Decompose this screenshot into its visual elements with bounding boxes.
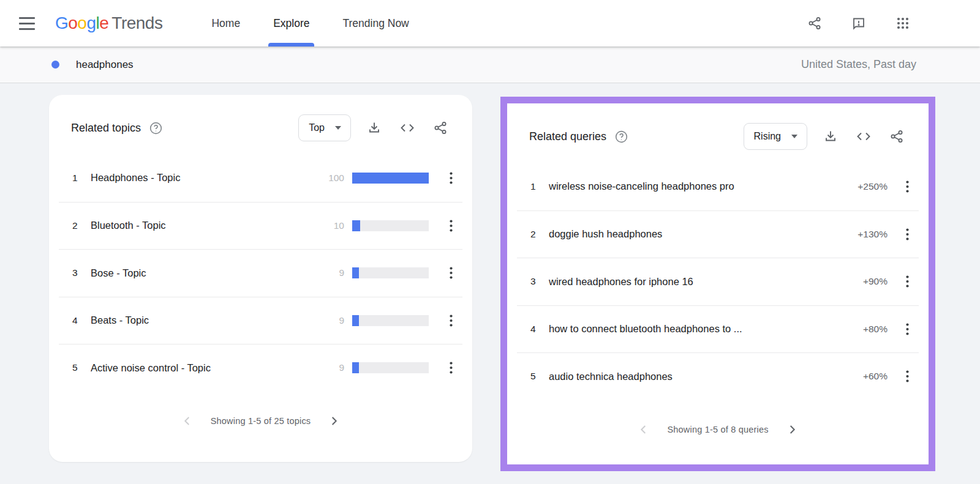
logo-letter: e [99,13,108,33]
rising-percent: +90% [863,276,899,287]
row-value: 9 [317,315,344,326]
tab-label: Explore [273,17,309,30]
topic-link[interactable]: Active noise control - Topic [91,362,317,374]
query-link[interactable]: wired headphones for iphone 16 [549,276,863,288]
kebab-menu-icon[interactable] [443,217,459,235]
kebab-menu-icon[interactable] [899,367,915,385]
tab-home[interactable]: Home [210,0,241,47]
kebab-menu-icon[interactable] [899,272,915,291]
chevron-down-icon [335,126,341,130]
rising-percent: +250% [858,181,899,192]
sort-dropdown[interactable]: Top [298,114,351,141]
tab-label: Home [211,17,240,30]
kebab-menu-icon[interactable] [899,177,915,196]
row-rank: 3 [530,276,547,287]
query-link[interactable]: audio technica headphones [549,371,863,382]
row-rank: 4 [72,315,89,326]
card-toolbar [822,128,905,145]
value-bar [352,315,429,326]
purple-highlight-frame: Related queries Rising [500,97,935,471]
share-icon[interactable] [432,119,449,136]
query-link[interactable]: wireless noise-canceling headphones pro [549,181,858,192]
logo-letter: g [86,13,96,33]
hamburger-menu-icon[interactable] [17,15,37,31]
row-rank: 1 [72,173,89,184]
search-term[interactable]: headphones [76,59,134,71]
table-row: 3 Bose - Topic 9 [59,249,462,297]
pagination: Showing 1-5 of 8 queries [507,423,929,436]
card-title: Related topics [71,122,141,135]
chevron-left-icon[interactable] [637,423,650,436]
row-rank: 5 [530,371,547,382]
chevron-down-icon [791,135,797,138]
chevron-left-icon[interactable] [181,414,194,428]
topic-link[interactable]: Headphones - Topic [91,172,317,184]
help-icon[interactable] [149,121,163,135]
rising-percent: +130% [858,229,899,240]
row-value: 9 [317,362,344,373]
table-row: 2 doggie hush headphones +130% [517,210,919,258]
share-icon[interactable] [888,128,905,145]
google-trends-logo[interactable]: G o o g l e Trends [55,13,162,33]
logo-letter: o [77,13,86,33]
sort-dropdown-value: Rising [754,131,781,142]
share-icon[interactable] [806,15,823,32]
query-link[interactable]: how to connect bluetooth headphones to .… [549,323,863,335]
table-row: 4 how to connect bluetooth headphones to… [517,305,919,353]
row-rank: 2 [530,229,547,240]
search-term-bar: headphones United States, Past day [0,47,980,83]
rising-percent: +80% [863,324,899,335]
top-app-bar: G o o g l e Trends Home Explore Trending… [0,0,980,47]
kebab-menu-icon[interactable] [443,359,459,377]
value-bar [352,173,429,184]
row-value: 10 [317,220,344,231]
tab-explore[interactable]: Explore [272,0,311,47]
geo-time-filter[interactable]: United States, Past day [801,58,916,71]
query-link[interactable]: doggie hush headphones [549,228,858,240]
row-rank: 5 [72,362,89,373]
related-topics-card: Related topics Top [49,95,472,462]
topbar-actions [806,15,911,32]
row-rank: 2 [72,220,89,231]
active-tab-underline [268,43,314,47]
table-row: 5 Active noise control - Topic 9 [59,344,462,392]
value-bar [352,220,429,231]
term-color-dot [51,61,59,69]
download-icon[interactable] [822,128,839,145]
pagination-status: Showing 1-5 of 8 queries [667,425,768,434]
related-queries-card: Related queries Rising [507,103,929,464]
row-value: 9 [317,267,344,278]
value-bar [352,267,429,278]
logo-suffix: Trends [111,13,162,33]
chevron-right-icon[interactable] [327,414,341,428]
table-row: 5 audio technica headphones +60% [517,352,919,400]
topic-link[interactable]: Bose - Topic [91,267,317,279]
kebab-menu-icon[interactable] [443,264,459,282]
row-rank: 3 [72,267,89,278]
kebab-menu-icon[interactable] [443,311,459,330]
kebab-menu-icon[interactable] [899,320,915,338]
tab-label: Trending Now [342,17,409,30]
table-row: 1 wireless noise-canceling headphones pr… [517,163,919,210]
topic-link[interactable]: Beats - Topic [91,315,317,326]
kebab-menu-icon[interactable] [899,225,915,244]
sort-dropdown[interactable]: Rising [744,123,807,150]
row-rank: 1 [530,181,547,192]
table-row: 2 Bluetooth - Topic 10 [59,202,462,250]
feedback-icon[interactable] [850,15,867,32]
row-value: 100 [317,173,344,184]
logo-letter: G [55,13,68,33]
embed-icon[interactable] [399,119,416,136]
apps-grid-icon[interactable] [894,15,911,32]
chevron-right-icon[interactable] [785,423,799,436]
help-icon[interactable] [614,130,628,144]
sort-dropdown-value: Top [309,122,325,133]
embed-icon[interactable] [855,128,872,145]
table-row: 4 Beats - Topic 9 [59,297,462,344]
main-content: Related topics Top [0,83,980,471]
topic-link[interactable]: Bluetooth - Topic [91,220,317,231]
download-icon[interactable] [366,119,383,136]
tab-trending-now[interactable]: Trending Now [341,0,410,47]
kebab-menu-icon[interactable] [443,169,459,187]
logo-letter: o [68,13,77,33]
